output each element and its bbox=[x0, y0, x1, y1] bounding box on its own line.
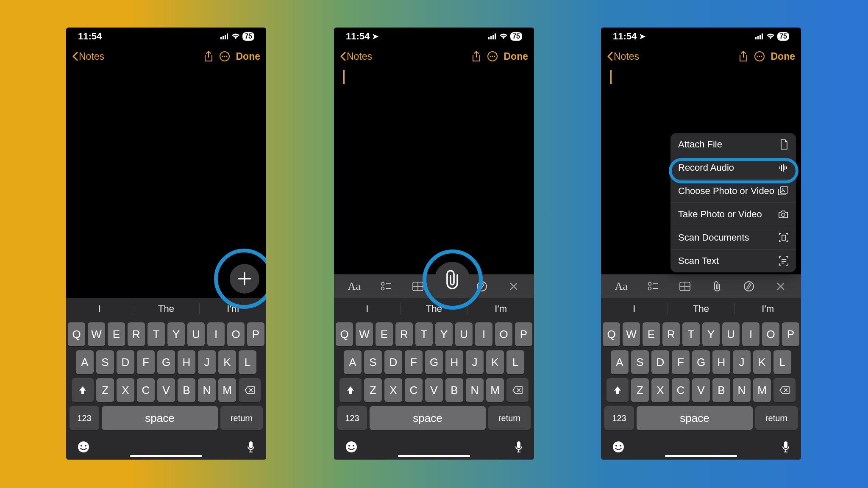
key-o[interactable]: O bbox=[227, 322, 245, 346]
key-e[interactable]: E bbox=[376, 322, 393, 346]
key-v[interactable]: V bbox=[692, 378, 710, 402]
key-h[interactable]: H bbox=[178, 350, 195, 374]
key-n[interactable]: N bbox=[198, 378, 216, 402]
note-editor[interactable] bbox=[66, 67, 266, 298]
checklist-icon[interactable] bbox=[644, 282, 662, 291]
key-space[interactable]: space bbox=[637, 406, 753, 430]
key-r[interactable]: R bbox=[395, 322, 413, 346]
suggestion-3[interactable]: I'm bbox=[200, 303, 266, 314]
key-q[interactable]: Q bbox=[68, 322, 85, 346]
suggestion-2[interactable]: The bbox=[668, 303, 735, 314]
key-numbers[interactable]: 123 bbox=[604, 406, 634, 430]
key-p[interactable]: P bbox=[515, 322, 532, 346]
dictation-icon[interactable] bbox=[782, 441, 790, 453]
key-b[interactable]: B bbox=[445, 378, 463, 402]
textformat-icon[interactable]: Aa bbox=[612, 280, 631, 293]
key-backspace[interactable] bbox=[239, 378, 261, 402]
back-button[interactable]: Notes bbox=[72, 51, 104, 62]
key-s[interactable]: S bbox=[364, 350, 382, 374]
key-c[interactable]: C bbox=[672, 378, 690, 402]
key-q[interactable]: Q bbox=[603, 322, 620, 346]
key-v[interactable]: V bbox=[157, 378, 175, 402]
key-c[interactable]: C bbox=[137, 378, 155, 402]
key-shift[interactable] bbox=[606, 378, 629, 402]
key-numbers[interactable]: 123 bbox=[337, 406, 367, 430]
key-g[interactable]: G bbox=[425, 350, 443, 374]
key-b[interactable]: B bbox=[712, 378, 730, 402]
home-indicator[interactable] bbox=[665, 455, 737, 457]
markup-icon[interactable] bbox=[740, 281, 758, 292]
attachment-icon[interactable] bbox=[708, 281, 726, 292]
key-space[interactable]: space bbox=[370, 406, 486, 430]
key-w[interactable]: W bbox=[623, 322, 640, 346]
key-a[interactable]: A bbox=[611, 350, 629, 374]
key-o[interactable]: O bbox=[762, 322, 779, 346]
key-j[interactable]: J bbox=[733, 350, 751, 374]
key-k[interactable]: K bbox=[753, 350, 771, 374]
key-t[interactable]: T bbox=[147, 322, 165, 346]
key-e[interactable]: E bbox=[643, 322, 660, 346]
key-numbers[interactable]: 123 bbox=[70, 406, 99, 430]
key-space[interactable]: space bbox=[102, 406, 218, 430]
key-a[interactable]: A bbox=[76, 350, 94, 374]
key-f[interactable]: F bbox=[137, 350, 155, 374]
key-h[interactable]: H bbox=[712, 350, 730, 374]
key-r[interactable]: R bbox=[662, 322, 680, 346]
key-return[interactable]: return bbox=[755, 406, 798, 430]
key-u[interactable]: U bbox=[455, 322, 473, 346]
key-backspace[interactable] bbox=[773, 378, 796, 402]
key-f[interactable]: F bbox=[672, 350, 690, 374]
home-indicator[interactable] bbox=[398, 455, 470, 457]
key-k[interactable]: K bbox=[486, 350, 504, 374]
menu-take-photo[interactable]: Take Photo or Video bbox=[670, 203, 796, 226]
key-y[interactable]: Y bbox=[435, 322, 453, 346]
share-icon[interactable] bbox=[200, 51, 217, 62]
note-editor[interactable] bbox=[334, 67, 534, 274]
share-icon[interactable] bbox=[735, 51, 751, 62]
key-return[interactable]: return bbox=[220, 406, 263, 430]
key-i[interactable]: I bbox=[207, 322, 225, 346]
key-n[interactable]: N bbox=[733, 378, 751, 402]
key-return[interactable]: return bbox=[488, 406, 531, 430]
share-icon[interactable] bbox=[468, 51, 484, 62]
textformat-icon[interactable]: Aa bbox=[345, 280, 364, 293]
checklist-icon[interactable] bbox=[377, 282, 395, 291]
key-shift[interactable] bbox=[72, 378, 94, 402]
dictation-icon[interactable] bbox=[247, 441, 255, 453]
key-backspace[interactable] bbox=[506, 378, 529, 402]
table-icon[interactable] bbox=[409, 282, 427, 291]
key-g[interactable]: G bbox=[692, 350, 710, 374]
more-icon[interactable] bbox=[484, 51, 501, 62]
key-x[interactable]: X bbox=[651, 378, 669, 402]
key-t[interactable]: T bbox=[682, 322, 700, 346]
emoji-icon[interactable] bbox=[345, 441, 358, 453]
key-h[interactable]: H bbox=[445, 350, 463, 374]
key-w[interactable]: W bbox=[88, 322, 105, 346]
key-m[interactable]: M bbox=[486, 378, 504, 402]
key-v[interactable]: V bbox=[425, 378, 443, 402]
key-r[interactable]: R bbox=[128, 322, 145, 346]
key-i[interactable]: I bbox=[475, 322, 492, 346]
key-i[interactable]: I bbox=[742, 322, 760, 346]
add-attachment-button[interactable] bbox=[230, 264, 259, 294]
emoji-icon[interactable] bbox=[612, 441, 625, 453]
attachment-button-big[interactable] bbox=[434, 262, 470, 297]
suggestion-3[interactable]: I'm bbox=[467, 303, 534, 314]
menu-scan-documents[interactable]: Scan Documents bbox=[670, 226, 796, 250]
key-t[interactable]: T bbox=[415, 322, 433, 346]
key-y[interactable]: Y bbox=[702, 322, 720, 346]
key-s[interactable]: S bbox=[631, 350, 649, 374]
key-y[interactable]: Y bbox=[167, 322, 185, 346]
key-z[interactable]: Z bbox=[96, 378, 114, 402]
done-button[interactable]: Done bbox=[771, 51, 796, 62]
suggestion-2[interactable]: The bbox=[401, 303, 468, 314]
key-x[interactable]: X bbox=[384, 378, 402, 402]
key-m[interactable]: M bbox=[218, 378, 236, 402]
key-p[interactable]: P bbox=[782, 322, 799, 346]
more-icon[interactable] bbox=[217, 51, 233, 62]
close-icon[interactable] bbox=[504, 282, 523, 291]
key-z[interactable]: Z bbox=[364, 378, 382, 402]
key-z[interactable]: Z bbox=[631, 378, 649, 402]
close-icon[interactable] bbox=[771, 282, 790, 291]
key-l[interactable]: L bbox=[773, 350, 791, 374]
